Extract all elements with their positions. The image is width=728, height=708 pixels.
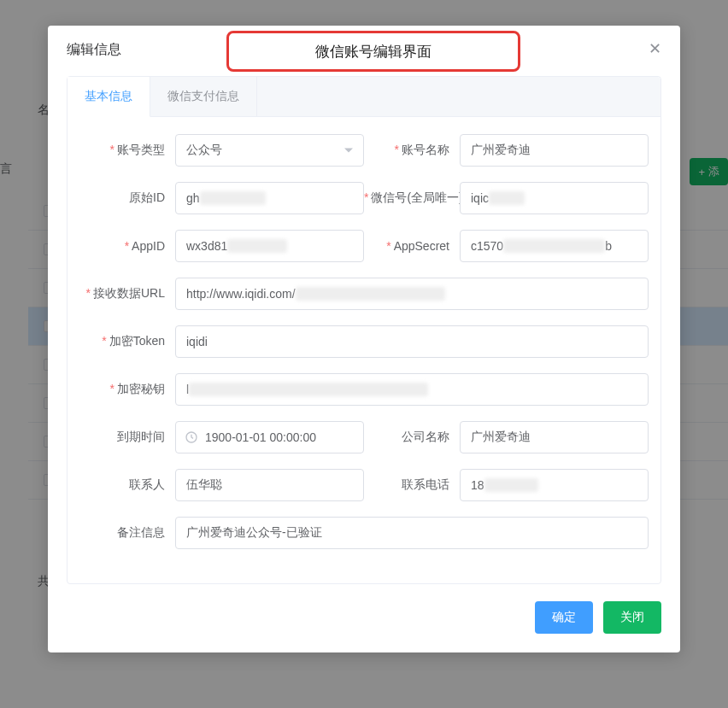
- label-remark: 备注信息: [79, 525, 175, 541]
- input-remark[interactable]: 广州爱奇迪公众号-已验证: [175, 517, 649, 549]
- input-app-id[interactable]: wx3d81xxxxxxxxxx: [175, 230, 364, 262]
- label-data-url: *接收数据URL: [79, 286, 175, 301]
- callout-annotation: 微信账号编辑界面: [226, 31, 520, 72]
- input-contact[interactable]: 伍华聪: [175, 469, 364, 501]
- modal-body: 基本信息 微信支付信息 *账号类型 公众号 *账号名称 广州爱奇迪: [48, 67, 680, 601]
- close-icon[interactable]: ✕: [649, 41, 661, 56]
- label-expire-time: 到期时间: [79, 430, 175, 445]
- input-original-id[interactable]: ghxxxxxxxxxxx: [175, 182, 364, 214]
- label-wechat-id: *微信号(全局唯一): [364, 190, 460, 206]
- input-data-url[interactable]: http://www.iqidi.com/xxxxxxxxxxxxxxxxxxx…: [175, 278, 649, 310]
- tabs-content: *账号类型 公众号 *账号名称 广州爱奇迪 原始ID ghxxxxxxxxxxx: [68, 117, 660, 583]
- tabs-header: 基本信息 微信支付信息: [68, 77, 660, 117]
- edit-modal: 编辑信息 微信账号编辑界面 ✕ 基本信息 微信支付信息 *账号类型 公众号 *账…: [48, 26, 680, 652]
- tabs-card: 基本信息 微信支付信息 *账号类型 公众号 *账号名称 广州爱奇迪: [67, 76, 661, 584]
- tab-wechat-pay[interactable]: 微信支付信息: [150, 77, 257, 116]
- clock-icon: [185, 430, 198, 444]
- label-account-name: *账号名称: [364, 143, 460, 158]
- input-wechat-id[interactable]: iqicxxxxxx: [460, 182, 649, 214]
- close-button[interactable]: 关闭: [603, 601, 661, 634]
- label-token: *加密Token: [79, 334, 175, 349]
- confirm-button[interactable]: 确定: [535, 601, 593, 634]
- input-token[interactable]: iqidi: [175, 325, 649, 358]
- input-expire-time[interactable]: 1900-01-01 00:00:00: [175, 421, 364, 453]
- input-phone[interactable]: 18xxxxxxxxx: [460, 469, 649, 501]
- label-contact: 联系人: [79, 477, 175, 493]
- input-app-secret[interactable]: c1570xxxxxxxxxxxxxxxxxb: [460, 230, 649, 262]
- label-phone: 联系电话: [364, 477, 460, 493]
- input-encrypt-key[interactable]: lxxxxxxxxxxxxxxxxxxxxxxxxxxxxxxxxxxxxxxx…: [175, 373, 649, 406]
- label-encrypt-key: *加密秘钥: [79, 382, 175, 397]
- label-original-id: 原始ID: [79, 190, 175, 206]
- select-account-type[interactable]: 公众号: [175, 134, 364, 167]
- modal-header: 编辑信息 微信账号编辑界面 ✕: [48, 26, 680, 67]
- label-account-type: *账号类型: [79, 143, 175, 158]
- modal-title: 编辑信息: [67, 41, 121, 59]
- label-company: 公司名称: [364, 430, 460, 445]
- modal-footer: 确定 关闭: [48, 601, 680, 652]
- tab-basic-info[interactable]: 基本信息: [68, 77, 150, 117]
- label-app-id: *AppID: [79, 239, 175, 253]
- input-company[interactable]: 广州爱奇迪: [460, 421, 649, 453]
- input-account-name[interactable]: 广州爱奇迪: [460, 134, 649, 167]
- label-app-secret: *AppSecret: [364, 239, 460, 253]
